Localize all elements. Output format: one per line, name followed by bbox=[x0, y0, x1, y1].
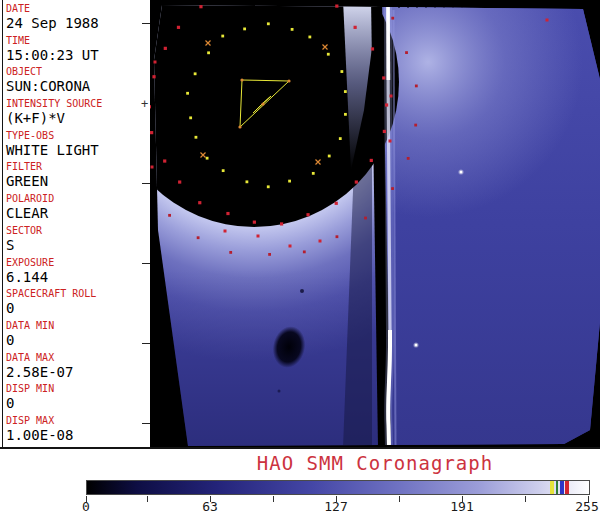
fiducial-ring-dot bbox=[226, 212, 229, 215]
fiducial-ring-dot bbox=[364, 217, 367, 220]
left-axis-tick bbox=[142, 263, 150, 264]
fiducial-ring-dot bbox=[335, 202, 338, 205]
fiducial-ring-dot bbox=[415, 85, 418, 88]
fiducial-ring-dot bbox=[327, 53, 330, 56]
metadata-field: TYPE-OBSWHITE LIGHT bbox=[6, 130, 148, 162]
fiducial-ring-dot bbox=[370, 159, 373, 162]
colorbar-marker-stripe bbox=[560, 481, 564, 494]
perforation-mark bbox=[488, 2, 490, 8]
colorbar-marker-stripe bbox=[565, 481, 569, 494]
star-dot bbox=[415, 344, 418, 347]
fiducial-ring-dot bbox=[267, 185, 270, 188]
dark-speck bbox=[278, 390, 281, 393]
sidebar-left-border bbox=[2, 0, 3, 447]
metadata-field: POLAROIDCLEAR bbox=[6, 193, 148, 225]
polygon-corner-dot bbox=[287, 79, 290, 82]
fiducial-dot bbox=[224, 230, 227, 233]
film-perforations bbox=[398, 2, 526, 8]
fiducial-ring-dot bbox=[371, 47, 374, 50]
colorbar-minor-tick bbox=[273, 496, 274, 502]
fiducial-ring-dot bbox=[195, 136, 198, 139]
perforation-mark bbox=[497, 2, 499, 8]
metadata-field: DATA MIN0 bbox=[6, 320, 148, 352]
fiducial-ring-dot bbox=[164, 47, 167, 50]
coronagraph-image-display[interactable] bbox=[150, 0, 600, 448]
fiducial-ring-dot bbox=[198, 201, 201, 204]
fiducial-ring-dot bbox=[308, 36, 311, 39]
fiducial-dot bbox=[257, 235, 260, 238]
fiducial-ring-dot bbox=[150, 131, 153, 134]
colorbar-marker-stripe bbox=[550, 481, 554, 494]
metadata-sidebar: DATE24 Sep 1988TIME15:00:23 UTOBJECTSUN:… bbox=[0, 0, 150, 447]
perforation-mark bbox=[524, 2, 526, 8]
left-axis-tick bbox=[142, 183, 150, 184]
fiducial-ring-dot bbox=[407, 157, 410, 160]
field-label: SPACECRAFT ROLL bbox=[6, 288, 148, 300]
left-axis-tick bbox=[142, 343, 150, 344]
perforation-mark bbox=[452, 2, 454, 8]
fiducial-ring-dot bbox=[163, 159, 166, 162]
fiducial-ring-dot bbox=[335, 4, 338, 7]
field-value: 24 Sep 1988 bbox=[6, 15, 148, 31]
field-label: EXPOSURE bbox=[6, 257, 148, 269]
fiducial-ring-dot bbox=[312, 172, 315, 175]
fiducial-ring-dot bbox=[291, 28, 294, 31]
polygon-corner-dot bbox=[238, 125, 241, 128]
fiducial-ring-dot bbox=[336, 235, 339, 238]
fiducial-ring-dot bbox=[194, 72, 197, 75]
colorbar-minor-tick bbox=[147, 496, 148, 502]
field-value: SUN:CORONA bbox=[6, 78, 148, 94]
perforation-mark bbox=[434, 2, 436, 8]
smm-coronagraph-viewer: DATE24 Sep 1988TIME15:00:23 UTOBJECTSUN:… bbox=[0, 0, 600, 512]
fiducial-ring-dot bbox=[344, 113, 347, 116]
field-label: SECTOR bbox=[6, 225, 148, 237]
fiducial-ring-dot bbox=[197, 236, 200, 239]
field-label: DATE bbox=[6, 3, 148, 15]
star-dot bbox=[460, 171, 463, 174]
fiducial-ring-dot bbox=[405, 51, 408, 54]
polygon-corner-dot bbox=[261, 102, 264, 105]
coronagraph-image[interactable] bbox=[150, 0, 600, 448]
field-value: 0 bbox=[6, 395, 148, 411]
fiducial-ring-dot bbox=[354, 26, 357, 29]
left-axis-tick bbox=[142, 23, 150, 24]
colorbar-minor-tick bbox=[399, 496, 400, 502]
pylon-streak-bottom bbox=[388, 330, 390, 448]
field-value: S bbox=[6, 237, 148, 253]
fiducial-ring-dot bbox=[414, 124, 417, 127]
fiducial-ring-dot bbox=[385, 103, 388, 106]
fiducial-dot bbox=[289, 245, 292, 248]
perforation-mark bbox=[425, 2, 427, 8]
dark-speck bbox=[300, 289, 304, 293]
metadata-field: DISP MIN0 bbox=[6, 383, 148, 415]
left-axis-tick bbox=[142, 423, 150, 424]
fiducial-ring-dot bbox=[221, 35, 224, 38]
fiducial-ring-dot bbox=[268, 253, 271, 256]
fiducial-ring-dot bbox=[189, 116, 192, 119]
metadata-field: TIME15:00:23 UT bbox=[6, 35, 148, 67]
fiducial-ring-dot bbox=[243, 28, 246, 31]
field-value: 0 bbox=[6, 332, 148, 348]
fiducial-ring-dot bbox=[253, 221, 256, 224]
fiducial-ring-dot bbox=[339, 137, 342, 140]
colorbar-tick-label: 255 bbox=[575, 499, 598, 512]
field-value: 6.144 bbox=[6, 269, 148, 285]
polygon-corner-dot bbox=[240, 78, 243, 81]
fiducial-ring-dot bbox=[306, 213, 309, 216]
colorbar-marker-stripe bbox=[556, 481, 558, 494]
fiducial-ring-dot bbox=[328, 155, 331, 158]
field-label: DATA MIN bbox=[6, 320, 148, 332]
metadata-field: FILTERGREEN bbox=[6, 161, 148, 193]
perforation-mark bbox=[443, 2, 445, 8]
fiducial-ring-dot bbox=[391, 17, 394, 20]
metadata-field: EXPOSURE6.144 bbox=[6, 257, 148, 289]
metadata-field: SECTORS bbox=[6, 225, 148, 257]
fiducial-ring-dot bbox=[382, 76, 385, 79]
colorbar-tick-label: 0 bbox=[82, 499, 90, 512]
fiducial-ring-dot bbox=[199, 5, 202, 8]
field-value: 1.00E-08 bbox=[6, 427, 148, 443]
photo-frame bbox=[150, 0, 600, 448]
perforation-mark bbox=[398, 2, 400, 8]
fiducial-ring-dot bbox=[288, 180, 291, 183]
fiducial-ring-dot bbox=[152, 75, 155, 78]
